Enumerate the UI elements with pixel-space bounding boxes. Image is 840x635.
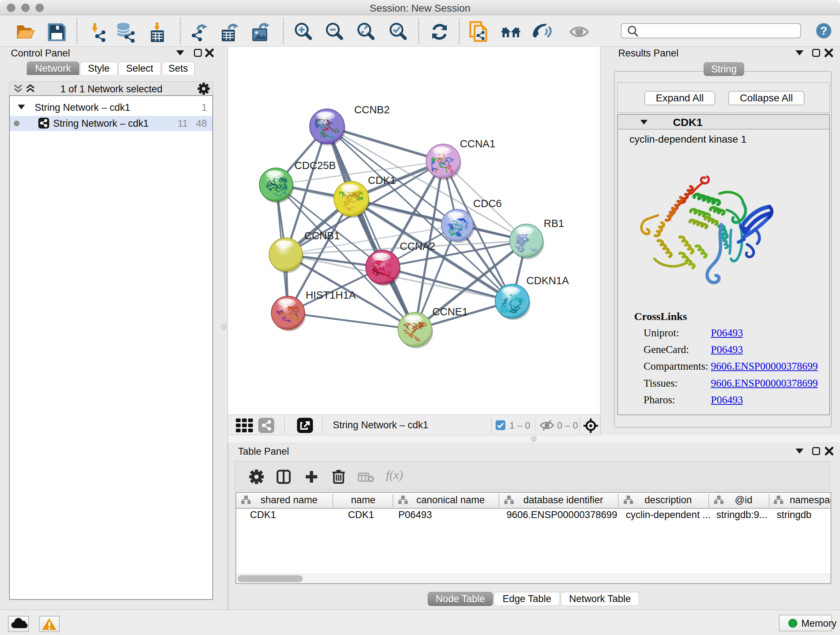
svg-text:@id: @id [735,494,752,505]
svg-text:CCNA2: CCNA2 [400,241,435,252]
svg-text:HIST1H1A: HIST1H1A [306,289,356,301]
svg-text:CCNE1: CCNE1 [432,306,468,318]
svg-text:description: description [645,494,692,505]
svg-text:database identifier: database identifier [523,494,603,505]
svg-text:CDK1: CDK1 [368,174,396,186]
svg-text:CCNA1: CCNA1 [460,138,495,149]
svg-text:CCNB2: CCNB2 [354,104,390,116]
svg-text:CDC6: CDC6 [473,198,502,209]
svg-text:RB1: RB1 [544,218,564,229]
svg-text:name: name [351,494,376,505]
svg-text:namespac: namespac [790,494,831,505]
svg-text:shared name: shared name [261,494,317,505]
svg-text:CDKN1A: CDKN1A [526,275,569,287]
svg-text:CCNB1: CCNB1 [304,230,340,241]
svg-text:canonical name: canonical name [416,494,485,505]
svg-text:?: ? [820,24,827,37]
svg-text:CDC25B: CDC25B [294,160,336,171]
